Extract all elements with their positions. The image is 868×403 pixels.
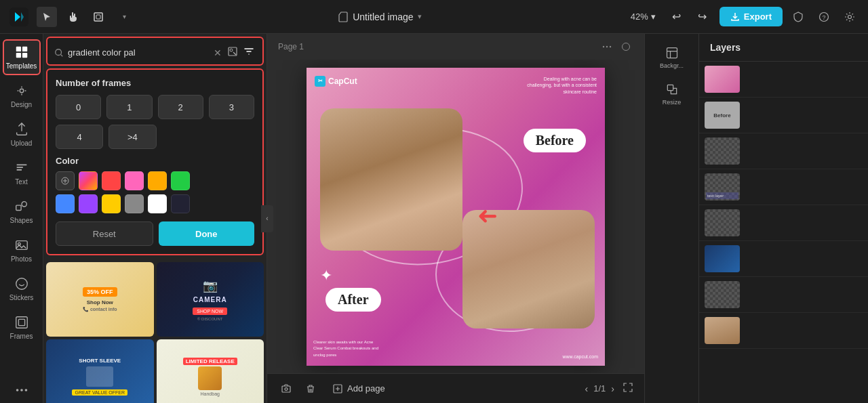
template-thumb-camera[interactable]: 📷 CAMERA SHOP NOW ® DISCOUNT [157, 262, 264, 337]
frame-count-2[interactable]: 2 [158, 95, 203, 119]
sidebar-item-stickers[interactable]: Stickers [3, 271, 41, 307]
page-options-button[interactable] [618, 39, 633, 54]
search-input[interactable] [68, 47, 210, 58]
thumb-sofa-contact: 📞 contact info [83, 307, 117, 312]
layer-item[interactable] [699, 277, 868, 313]
fit-page-button[interactable] [623, 382, 633, 396]
canvas-tagline: Dealing with acne can bechallenging, but… [527, 76, 597, 96]
title-dropdown-icon[interactable]: ▾ [418, 12, 422, 21]
frame-tool[interactable] [88, 7, 108, 27]
template-thumb-bag[interactable]: LIMITED RELEASE Handbag [157, 339, 264, 403]
right-tool-label-background: Backgr... [660, 62, 684, 69]
sidebar-item-design[interactable]: Design [3, 78, 41, 114]
color-swatch-pink[interactable] [125, 171, 144, 190]
right-tool-background[interactable]: Backgr... [648, 41, 696, 75]
sidebar-item-photos[interactable]: Photos [3, 232, 41, 268]
reset-filter-button[interactable]: Reset [56, 221, 153, 246]
add-page-button[interactable]: Add page [327, 381, 391, 397]
frame-dropdown[interactable]: ▾ [114, 7, 134, 27]
done-filter-button[interactable]: Done [159, 221, 255, 246]
document-title-area[interactable]: Untitled image ▾ [338, 12, 422, 22]
right-tool-label-resize: Resize [663, 99, 682, 106]
color-swatch-white[interactable] [148, 194, 167, 213]
frames-filter-title: Number of frames [56, 78, 254, 88]
color-swatch-green[interactable] [171, 171, 190, 190]
panel-collapse-handle[interactable]: ‹ [261, 205, 273, 232]
frame-count-more[interactable]: >4 [108, 125, 156, 149]
color-swatch-yellow[interactable] [102, 194, 121, 213]
template-thumb-shirt[interactable]: SHORT SLEEVE GREAT VALUE OFFER [46, 339, 154, 403]
page-menu-button[interactable] [599, 39, 614, 54]
after-face-image [462, 210, 595, 328]
color-swatch-red[interactable] [102, 171, 121, 190]
search-icon [54, 48, 64, 58]
shield-button[interactable] [788, 7, 808, 27]
zoom-control[interactable]: 42% ▾ [625, 9, 661, 24]
layer-item[interactable] [699, 313, 868, 349]
design-canvas[interactable]: ✂ CapCut Dealing with acne can bechallen… [307, 68, 605, 366]
layer-item[interactable]: text layer [699, 169, 868, 205]
help-button[interactable]: ? [814, 7, 834, 27]
bottom-toolbar: Add page ‹ 1/1 › [267, 373, 644, 403]
prev-page-button[interactable]: ‹ [585, 383, 589, 394]
color-swatch-gradient[interactable] [79, 171, 98, 190]
delete-button[interactable] [302, 381, 319, 397]
svg-point-19 [20, 389, 23, 391]
next-page-button[interactable]: › [611, 383, 614, 394]
after-label: After [326, 288, 381, 312]
frame-count-3[interactable]: 3 [209, 95, 254, 119]
layer-item[interactable] [699, 205, 868, 241]
hand-tool[interactable] [62, 7, 83, 27]
main-layout: Templates Design Upload Text Shapes Phot… [0, 34, 868, 403]
select-tool[interactable] [37, 7, 57, 27]
color-filter-title: Color [56, 156, 254, 166]
svg-rect-16 [16, 317, 27, 328]
filter-actions: Reset Done [56, 221, 254, 246]
camera-icon: 📷 [193, 278, 227, 293]
layer-item[interactable]: Before [699, 98, 868, 133]
sidebar-item-frames[interactable]: Frames [3, 310, 41, 345]
color-picker-button[interactable] [56, 171, 75, 190]
layer-item[interactable] [699, 133, 868, 169]
sidebar-item-templates[interactable]: Templates [3, 39, 41, 75]
page-label-bar: Page 1 [267, 34, 644, 60]
page-icon-buttons [599, 39, 633, 54]
screenshot-button[interactable] [278, 381, 294, 397]
tool-group: ▾ [37, 7, 134, 27]
right-tool-resize[interactable]: Resize [648, 77, 696, 111]
undo-button[interactable]: ↩ [667, 7, 687, 27]
zoom-value: 42% [631, 12, 648, 22]
layer-item[interactable] [699, 241, 868, 277]
filter-button[interactable] [242, 45, 256, 60]
sidebar-icons: Templates Design Upload Text Shapes Phot… [0, 34, 43, 403]
search-tools [226, 45, 256, 60]
redo-button[interactable]: ↪ [692, 7, 713, 27]
svg-point-30 [285, 387, 288, 390]
sidebar-item-more[interactable] [3, 377, 41, 403]
color-swatch-blue[interactable] [56, 194, 75, 213]
canvas-scroll: ➜ ✂ CapCut Dealing with acne can bechall… [267, 60, 644, 373]
sparkle-2: ✦ [320, 267, 332, 284]
frame-count-0[interactable]: 0 [56, 95, 101, 119]
color-swatch-purple[interactable] [79, 194, 98, 213]
svg-rect-2 [96, 15, 100, 19]
sidebar-item-shapes[interactable]: Shapes [3, 194, 41, 230]
settings-button[interactable] [840, 7, 860, 27]
export-button[interactable]: Export [719, 7, 783, 26]
layer-item[interactable] [699, 62, 868, 98]
search-bar: ✕ [46, 37, 264, 66]
svg-point-21 [56, 49, 62, 55]
color-swatch-orange[interactable] [148, 171, 167, 190]
template-thumb-sofa[interactable]: 35% OFF Shop Now 📞 contact info [46, 262, 154, 337]
frame-count-1[interactable]: 1 [106, 95, 152, 119]
color-swatch-dark[interactable] [171, 194, 190, 213]
frame-count-4[interactable]: 4 [56, 125, 103, 149]
color-swatch-gray[interactable] [125, 194, 144, 213]
svg-point-25 [603, 46, 604, 47]
svg-point-18 [16, 389, 18, 391]
sidebar-item-upload[interactable]: Upload [3, 116, 41, 152]
image-search-button[interactable] [226, 45, 239, 60]
search-clear-button[interactable]: ✕ [214, 47, 222, 58]
sidebar-item-text[interactable]: Text [3, 155, 41, 191]
thumb-camera-badge: ® DISCOUNT [193, 317, 227, 321]
